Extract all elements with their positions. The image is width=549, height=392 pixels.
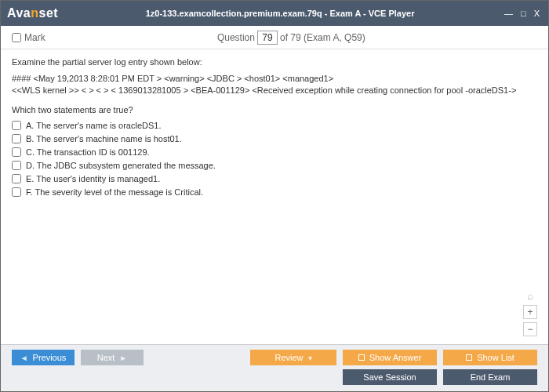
- option-d-checkbox[interactable]: [12, 161, 21, 170]
- question-prompt: Which two statements are true?: [12, 105, 537, 114]
- question-number-box: 79: [257, 31, 277, 45]
- dropdown-icon: ▾: [308, 354, 312, 362]
- save-session-button[interactable]: Save Session: [343, 369, 437, 385]
- previous-button[interactable]: ◄Previous: [12, 350, 75, 365]
- square-icon: [466, 354, 472, 361]
- next-button[interactable]: Next►: [81, 350, 144, 365]
- mark-checkbox[interactable]: [12, 33, 21, 42]
- footer-row-1: ◄Previous Next► Review▾ Show Answer Show…: [12, 350, 537, 365]
- option-a[interactable]: A. The server's name is oracleDS1.: [12, 121, 537, 130]
- close-icon[interactable]: X: [532, 9, 542, 18]
- option-a-label: A. The server's name is oracleDS1.: [26, 121, 161, 130]
- option-e-checkbox[interactable]: [12, 174, 21, 183]
- previous-label: Previous: [33, 353, 67, 362]
- next-label: Next: [97, 353, 115, 362]
- zoom-out-button[interactable]: −: [523, 322, 537, 336]
- option-b[interactable]: B. The server's machine name is host01.: [12, 134, 537, 143]
- show-list-button[interactable]: Show List: [443, 350, 537, 365]
- show-list-label: Show List: [477, 353, 514, 362]
- log-entry: #### <May 19,2013 8:28:01 PM EDT > <warn…: [12, 73, 537, 97]
- option-d-label: D. The JDBC subsystem generated the mess…: [26, 161, 216, 170]
- maximize-icon[interactable]: □: [518, 9, 529, 18]
- show-answer-label: Show Answer: [369, 353, 422, 362]
- review-button[interactable]: Review▾: [250, 350, 336, 365]
- option-f-checkbox[interactable]: [12, 187, 21, 197]
- question-header: Mark Question 79 of 79 (Exam A, Q59): [1, 26, 548, 49]
- chevron-right-icon: ►: [119, 354, 127, 362]
- question-content: Examine the partial server log entry sho…: [1, 49, 548, 344]
- review-label: Review: [274, 353, 303, 362]
- log-line-2: <<WLS kernel >> < > < > < 1369013281005 …: [12, 85, 537, 96]
- logo-part: Ava: [7, 6, 31, 20]
- options-list: A. The server's name is oracleDS1. B. Th…: [12, 121, 537, 197]
- question-word: Question: [217, 32, 255, 43]
- footer-row-2: Save Session End Exam: [12, 369, 537, 385]
- logo-part-orange: n: [31, 6, 38, 20]
- window-title: 1z0-133.examcollection.premium.exam.79q …: [58, 9, 502, 18]
- logo-part: set: [39, 6, 59, 20]
- mark-checkbox-wrap[interactable]: Mark: [12, 32, 45, 43]
- option-c-label: C. The transaction ID is 001129.: [26, 147, 150, 157]
- log-line-1: #### <May 19,2013 8:28:01 PM EDT > <warn…: [12, 73, 537, 85]
- option-d[interactable]: D. The JDBC subsystem generated the mess…: [12, 161, 537, 170]
- option-f-label: F. The severity level of the message is …: [26, 187, 203, 197]
- option-a-checkbox[interactable]: [12, 121, 21, 130]
- mark-label: Mark: [24, 32, 45, 43]
- option-c[interactable]: C. The transaction ID is 001129.: [12, 147, 537, 157]
- zoom-in-button[interactable]: +: [523, 305, 537, 319]
- magnifier-icon[interactable]: ⌕: [527, 289, 533, 302]
- option-b-checkbox[interactable]: [12, 134, 21, 143]
- option-f[interactable]: F. The severity level of the message is …: [12, 187, 537, 197]
- titlebar: Avanset 1z0-133.examcollection.premium.e…: [1, 1, 548, 26]
- option-b-label: B. The server's machine name is host01.: [26, 134, 182, 143]
- footer: ◄Previous Next► Review▾ Show Answer Show…: [1, 344, 548, 390]
- minimize-icon[interactable]: —: [502, 9, 515, 18]
- option-c-checkbox[interactable]: [12, 147, 21, 157]
- option-e-label: E. The user's identity is managed1.: [26, 174, 160, 183]
- app-logo: Avanset: [7, 6, 58, 20]
- option-e[interactable]: E. The user's identity is managed1.: [12, 174, 537, 183]
- end-exam-button[interactable]: End Exam: [443, 369, 537, 385]
- question-intro: Examine the partial server log entry sho…: [12, 57, 537, 67]
- question-counter: Question 79 of 79 (Exam A, Q59): [45, 31, 537, 45]
- question-total: of 79 (Exam A, Q59): [280, 32, 365, 43]
- chevron-left-icon: ◄: [20, 354, 28, 362]
- show-answer-button[interactable]: Show Answer: [343, 350, 437, 365]
- window-controls: — □ X: [502, 9, 542, 18]
- square-icon: [358, 354, 365, 361]
- zoom-controls: ⌕ + −: [523, 289, 537, 336]
